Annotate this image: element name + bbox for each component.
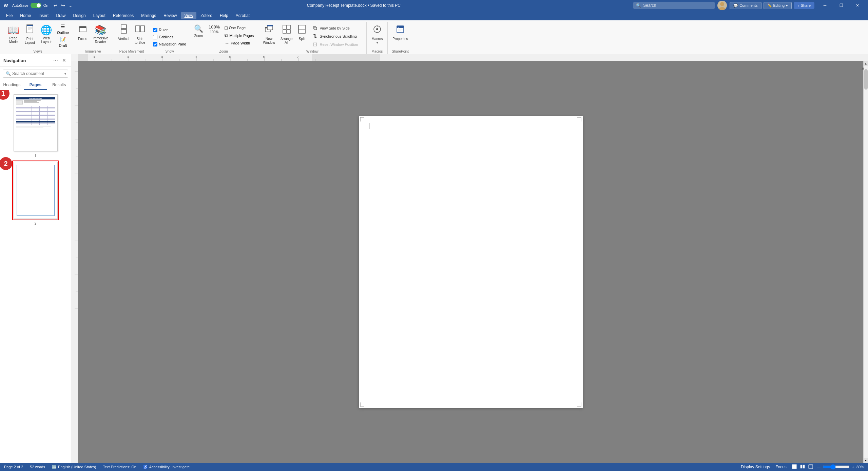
page-2-thumb-container[interactable]: 2 2 [3, 161, 68, 225]
comments-button[interactable]: 💬 Comments [730, 2, 761, 9]
new-window-button[interactable]: NewWindow [261, 23, 277, 46]
document-canvas[interactable] [78, 61, 863, 463]
menu-item-mailings[interactable]: Mailings [138, 12, 159, 19]
menu-item-home[interactable]: Home [17, 12, 34, 19]
svg-point-27 [376, 28, 378, 30]
page-1-thumb-container[interactable]: COMPANY RECEIPT [3, 93, 68, 158]
menu-item-review[interactable]: Review [160, 12, 180, 19]
search-document-field[interactable]: 🔍 ▾ [3, 70, 68, 78]
search-dropdown-arrow[interactable]: ▾ [64, 72, 66, 76]
focus-mode-button[interactable]: Focus [774, 464, 788, 470]
user-avatar[interactable] [717, 1, 727, 10]
search-document-input[interactable] [12, 71, 63, 76]
focus-button[interactable]: Focus [76, 23, 89, 42]
zoom-in-button[interactable]: + [852, 464, 854, 470]
menu-item-acrobat[interactable]: Acrobat [232, 12, 253, 19]
text-predictions-item[interactable]: Text Predictions: On [103, 465, 136, 469]
multiple-pages-label: Multiple Pages [229, 34, 254, 38]
language-icon: 🔤 [52, 465, 57, 469]
autosave-toggle[interactable] [31, 3, 41, 8]
thumb-header: COMPANY RECEIPT [16, 97, 55, 99]
tab-pages[interactable]: Pages [24, 80, 47, 90]
web-layout-button[interactable]: 🌐 WebLayout [38, 23, 54, 45]
language-item[interactable]: 🔤 English (United States) [52, 465, 96, 469]
arrange-all-button[interactable]: ArrangeAll [278, 23, 295, 46]
zoom-out-button[interactable]: ─ [817, 464, 821, 470]
menu-item-references[interactable]: References [110, 12, 137, 19]
zoom-slider-input[interactable] [823, 464, 850, 470]
page-width-button[interactable]: ↔ Page Width [223, 40, 255, 46]
page-2-thumbnail[interactable] [14, 162, 58, 219]
page-1-thumb-wrapper[interactable]: COMPANY RECEIPT [12, 93, 59, 153]
word-count-item[interactable]: 52 words [30, 465, 45, 469]
multiple-pages-button[interactable]: ⧉ Multiple Pages [223, 32, 255, 39]
outline-button[interactable]: ☰ Outline [56, 23, 70, 35]
undo-button[interactable]: ↩ [52, 2, 59, 9]
restore-button[interactable]: ❐ [833, 0, 849, 11]
view-side-by-side-button[interactable]: ⧉ View Side by Side [309, 24, 364, 32]
zoom-button[interactable]: 🔍 Zoom [192, 23, 205, 39]
menu-item-insert[interactable]: Insert [35, 12, 52, 19]
scrollbar-down-button[interactable]: ▼ [864, 458, 868, 463]
zoom-control[interactable]: ─ + 80% [817, 464, 864, 470]
vertical-button[interactable]: Vertical [116, 23, 131, 42]
svg-rect-15 [140, 26, 144, 32]
split-button[interactable]: Split [296, 23, 308, 42]
immersive-reader-button[interactable]: 📚 ImmersiveReader [91, 23, 110, 45]
tab-results[interactable]: Results [47, 80, 71, 90]
svg-rect-4 [27, 25, 33, 33]
menu-item-zotero[interactable]: Zotero [197, 12, 216, 19]
navigation-pane-checkbox[interactable] [153, 42, 157, 46]
menu-item-layout[interactable]: Layout [90, 12, 109, 19]
display-settings-button[interactable]: Display Settings [739, 464, 771, 470]
gridlines-checkbox[interactable] [153, 35, 157, 39]
quick-access-overflow[interactable]: ⌄ [67, 2, 74, 9]
redo-button[interactable]: ↪ [60, 2, 66, 9]
global-search-input[interactable] [643, 3, 704, 8]
web-view-button[interactable] [807, 464, 814, 471]
editing-button[interactable]: ✏️ Editing ▾ [764, 2, 792, 9]
zoom-group-label: Zoom [192, 50, 255, 54]
nav-close-button[interactable]: ✕ [61, 57, 67, 64]
gridlines-checkbox-label[interactable]: Gridlines [153, 34, 173, 40]
print-view-button[interactable] [791, 464, 798, 471]
side-to-side-button[interactable]: Sideto Side [133, 23, 147, 46]
menu-item-view[interactable]: View [181, 12, 197, 19]
menu-item-draw[interactable]: Draw [53, 12, 69, 19]
macros-button[interactable]: Macros ▾ [369, 23, 385, 46]
nav-panel-title: Navigation [3, 58, 26, 63]
tab-headings[interactable]: Headings [0, 80, 24, 90]
menu-item-design[interactable]: Design [70, 12, 89, 19]
scrollbar-thumb[interactable] [864, 69, 868, 90]
menu-item-file[interactable]: File [3, 12, 16, 19]
menu-bar: File Home Insert Draw Design Layout Refe… [0, 11, 868, 20]
synchronous-scrolling-button[interactable]: ⇅ Synchronous Scrolling [309, 32, 364, 40]
new-window-icon [265, 24, 273, 36]
draft-button[interactable]: 📝 Draft [56, 36, 70, 48]
nav-settings-button[interactable]: ⋯ [52, 57, 59, 64]
properties-button[interactable]: S Properties [390, 23, 410, 42]
100pct-button[interactable]: 100% 100% [207, 23, 222, 35]
read-view-button[interactable] [799, 464, 806, 471]
scrollbar-track[interactable] [864, 66, 868, 458]
page-2-thumb-wrapper[interactable] [12, 161, 59, 220]
page-1-number: 1 [35, 154, 37, 158]
global-search-box[interactable]: 🔍 [633, 2, 715, 9]
menu-item-help[interactable]: Help [216, 12, 232, 19]
page-1-thumbnail[interactable]: COMPANY RECEIPT [14, 94, 58, 151]
print-layout-button[interactable]: PrintLayout [23, 23, 37, 46]
vertical-scrollbar[interactable]: ▲ ▼ [863, 61, 868, 463]
accessibility-item[interactable]: ♿ Accessibility: Investigate [143, 465, 190, 469]
document-page[interactable] [359, 116, 583, 408]
ruler-checkbox[interactable] [153, 28, 157, 32]
reset-window-position-button[interactable]: ⊡ Reset Window Position [309, 40, 364, 48]
one-page-button[interactable]: □ One Page [223, 24, 255, 31]
text-cursor [369, 123, 369, 129]
ribbon-group-zoom: 🔍 Zoom 100% 100% □ One Page ⧉ Multiple P… [189, 22, 258, 54]
ruler-checkbox-label[interactable]: Ruler [153, 27, 168, 33]
close-button[interactable]: ✕ [850, 0, 865, 11]
read-mode-button[interactable]: 📖 ReadMode [5, 23, 21, 45]
share-button[interactable]: ↑ Share [794, 2, 814, 9]
navigation-pane-checkbox-label[interactable]: Navigation Pane [153, 41, 186, 47]
minimize-button[interactable]: ─ [817, 0, 833, 11]
